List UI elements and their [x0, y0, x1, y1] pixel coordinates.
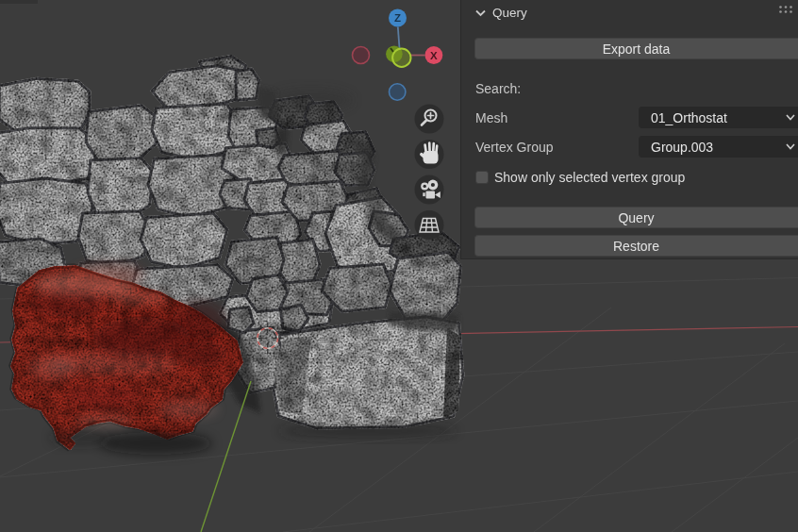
svg-text:Export data: Export data	[603, 42, 671, 57]
svg-text:Show only selected vertex grou: Show only selected vertex group	[494, 170, 686, 185]
svg-text:Vertex Group: Vertex Group	[475, 140, 554, 155]
svg-text:Mesh: Mesh	[475, 110, 507, 125]
svg-text:Query: Query	[618, 210, 654, 225]
svg-text:Search:: Search:	[475, 81, 521, 96]
svg-text:Query: Query	[492, 6, 527, 20]
svg-text:01_Orthostat: 01_Orthostat	[651, 110, 727, 125]
svg-text:Restore: Restore	[613, 239, 659, 254]
svg-text:Group.003: Group.003	[651, 140, 713, 155]
